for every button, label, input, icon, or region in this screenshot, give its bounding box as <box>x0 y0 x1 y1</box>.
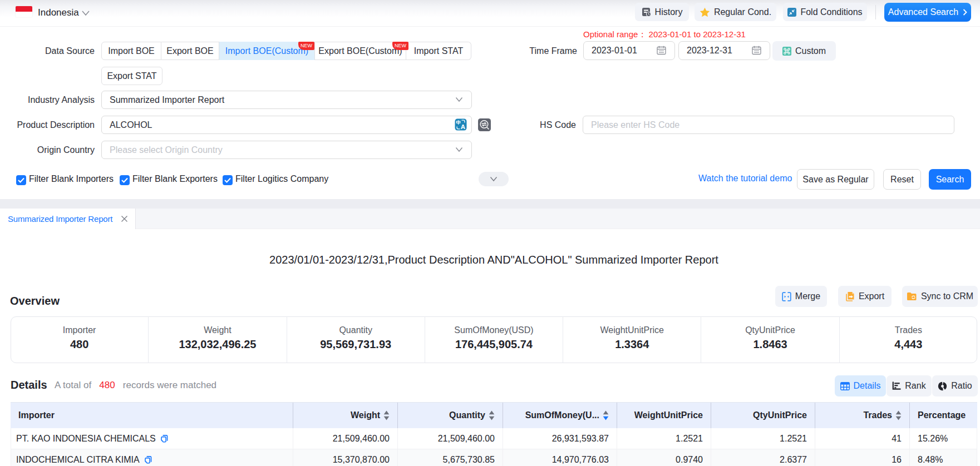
svg-text:A: A <box>461 123 465 130</box>
